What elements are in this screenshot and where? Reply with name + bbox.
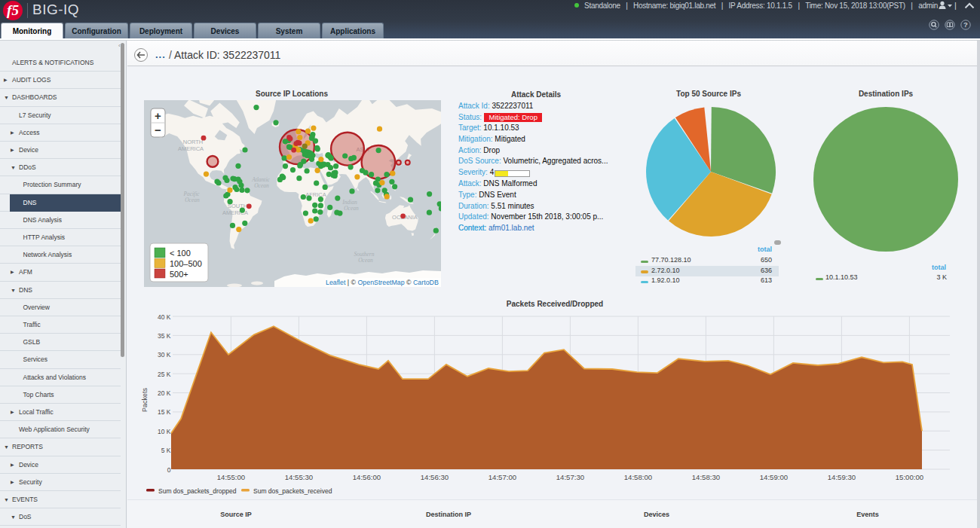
svg-text:5 K: 5 K: [161, 447, 171, 454]
svg-text:Ocean: Ocean: [185, 197, 200, 203]
svg-text:35 K: 35 K: [158, 332, 171, 340]
svg-text:Leaflet | © OpenStreetMap © Ca: Leaflet | © OpenStreetMap © CartoDB: [326, 279, 439, 286]
svg-text:AMERICA: AMERICA: [178, 145, 204, 152]
svg-text:14:56:30: 14:56:30: [421, 473, 449, 481]
svg-text:100–500: 100–500: [170, 259, 202, 268]
svg-text:10 K: 10 K: [158, 428, 171, 435]
svg-text:14:59:00: 14:59:00: [760, 473, 788, 481]
svg-text:14:55:30: 14:55:30: [285, 473, 313, 481]
svg-text:14:58:30: 14:58:30: [692, 473, 720, 481]
svg-text:+: +: [155, 109, 161, 122]
svg-text:Sum dos_packets_received: Sum dos_packets_received: [253, 487, 332, 495]
svg-text:14:57:00: 14:57:00: [488, 473, 516, 481]
svg-text:Ocean: Ocean: [344, 205, 359, 212]
svg-text:40 K: 40 K: [158, 313, 171, 321]
svg-text:15:00:00: 15:00:00: [896, 473, 923, 481]
svg-text:Packets: Packets: [141, 387, 149, 412]
svg-text:14:56:00: 14:56:00: [353, 473, 381, 481]
svg-text:20 K: 20 K: [158, 389, 171, 397]
svg-text:15 K: 15 K: [158, 408, 171, 416]
svg-text:14:55:00: 14:55:00: [217, 473, 245, 481]
svg-text:Ocean: Ocean: [254, 182, 269, 189]
svg-text:25 K: 25 K: [158, 371, 171, 378]
svg-text:NORTH: NORTH: [183, 139, 204, 145]
svg-text:500+: 500+: [170, 270, 188, 279]
svg-text:14:59:30: 14:59:30: [828, 473, 856, 481]
svg-text:−: −: [155, 124, 161, 136]
svg-text:30 K: 30 K: [158, 351, 171, 359]
svg-text:14:58:00: 14:58:00: [624, 473, 652, 481]
svg-text:0: 0: [167, 466, 171, 474]
svg-text:Ocean: Ocean: [358, 257, 373, 264]
svg-text:14:57:30: 14:57:30: [556, 473, 584, 481]
svg-text:?: ?: [963, 20, 968, 29]
svg-text:Sum dos_packets_dropped: Sum dos_packets_dropped: [158, 487, 237, 495]
svg-text:< 100: < 100: [170, 249, 191, 258]
